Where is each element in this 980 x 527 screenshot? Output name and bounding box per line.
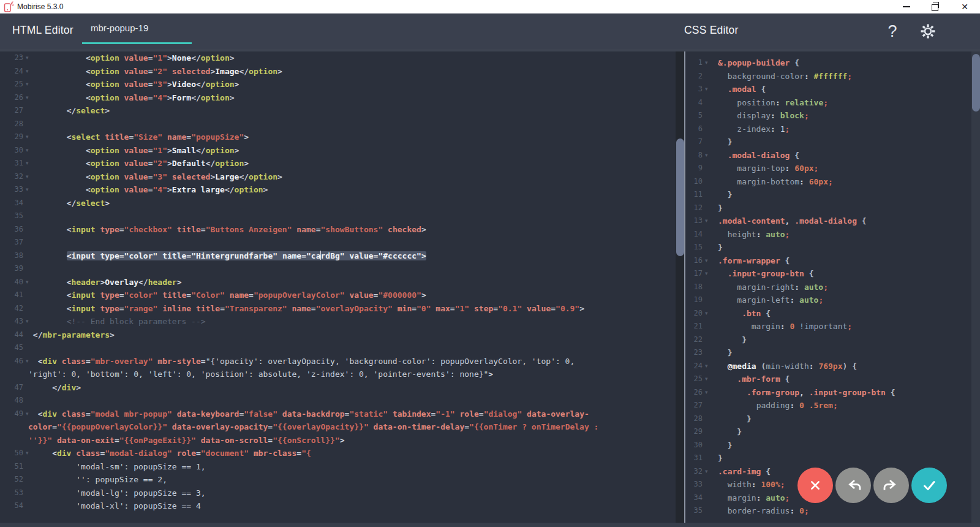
- code-line[interactable]: 7 }: [685, 135, 971, 149]
- code-line[interactable]: 45: [0, 341, 676, 355]
- fold-arrow-icon[interactable]: ▾: [705, 83, 708, 96]
- code-line[interactable]: 25▾ <option value="3">Video</option>: [0, 78, 676, 91]
- code-line[interactable]: 3▾ .modal {: [685, 83, 971, 96]
- code-line[interactable]: 51 'modal-sm': popupSize == 1,: [0, 460, 676, 474]
- apply-button[interactable]: [911, 468, 947, 503]
- code-line[interactable]: 16▾.form-wrapper {: [685, 254, 971, 268]
- redo-button[interactable]: [873, 468, 909, 503]
- fold-arrow-icon[interactable]: ▾: [705, 267, 708, 281]
- code-line[interactable]: 43▾ <!-- End block parameters -->: [0, 315, 676, 328]
- html-editor-scrollbar-thumb[interactable]: [676, 138, 684, 256]
- code-line[interactable]: 30 }: [685, 439, 971, 452]
- fold-arrow-icon[interactable]: ▾: [26, 91, 29, 105]
- code-line[interactable]: 50▾ <div class="modal-dialog" role="docu…: [0, 447, 676, 460]
- code-line[interactable]: 31}: [685, 452, 971, 465]
- html-editor-scrollbar-track[interactable]: [676, 49, 684, 527]
- code-line[interactable]: 34 </select>: [0, 197, 676, 210]
- restore-button[interactable]: [925, 0, 946, 13]
- code-line[interactable]: 40▾ <header>Overlay</header>: [0, 276, 676, 289]
- undo-button[interactable]: [835, 468, 871, 503]
- fold-arrow-icon[interactable]: ▾: [26, 157, 29, 170]
- fold-arrow-icon[interactable]: ▾: [26, 447, 29, 460]
- fold-arrow-icon[interactable]: ▾: [705, 465, 708, 479]
- settings-button[interactable]: [916, 20, 940, 43]
- html-code-editor[interactable]: 23▾ <option value="1">None</option>24▾ <…: [0, 51, 676, 523]
- code-line[interactable]: 39: [0, 262, 676, 276]
- code-line[interactable]: 25▾ .mbr-form {: [685, 373, 971, 386]
- code-line[interactable]: 53 'modal-lg': popupSize == 3,: [0, 487, 676, 500]
- minimize-button[interactable]: [896, 0, 917, 13]
- fold-arrow-icon[interactable]: ▾: [26, 144, 29, 157]
- fold-arrow-icon[interactable]: ▾: [26, 183, 29, 197]
- help-button[interactable]: ?: [882, 19, 903, 44]
- fold-arrow-icon[interactable]: ▾: [705, 254, 708, 268]
- code-line[interactable]: 14 height: auto;: [685, 228, 971, 241]
- fold-arrow-icon[interactable]: ▾: [705, 386, 708, 400]
- code-line[interactable]: 20▾ .btn {: [685, 307, 971, 320]
- code-line[interactable]: 44 </mbr-parameters>: [0, 328, 676, 342]
- fold-arrow-icon[interactable]: ▾: [705, 56, 708, 70]
- code-line[interactable]: 54 'modal-xl': popupSize == 4: [0, 499, 676, 513]
- code-line[interactable]: 32▾ <option value="3" selected>Large</op…: [0, 170, 676, 184]
- code-line[interactable]: 46▾ <div class="mbr-overlay" mbr-style="…: [0, 355, 676, 381]
- code-line[interactable]: 33▾ <option value="4">Extra large</optio…: [0, 183, 676, 197]
- code-line[interactable]: 15}: [685, 241, 971, 254]
- code-line[interactable]: 21 margin: 0 !important;: [685, 320, 971, 333]
- code-line[interactable]: 26▾ <option value="4">Form</option>: [0, 91, 676, 105]
- code-line[interactable]: 13▾.modal-content, .modal-dialog {: [685, 214, 971, 228]
- code-line[interactable]: 19 margin-left: auto;: [685, 294, 971, 307]
- code-line[interactable]: 27 </select>: [0, 104, 676, 118]
- code-line[interactable]: 31▾ <option value="2">Default</option>: [0, 157, 676, 170]
- tab-mbr-popup-19[interactable]: mbr-popup-19: [82, 13, 192, 44]
- code-line[interactable]: 49▾ <div class="modal mbr-popup" data-ke…: [0, 408, 676, 447]
- code-line[interactable]: 42 <input type="range" inline title="Tra…: [0, 302, 676, 316]
- code-line[interactable]: 6 z-index: 1;: [685, 123, 971, 136]
- code-line[interactable]: 48: [0, 394, 676, 408]
- fold-arrow-icon[interactable]: ▾: [26, 315, 29, 328]
- close-window-button[interactable]: ✕: [954, 0, 975, 13]
- code-line[interactable]: 37: [0, 236, 676, 249]
- fold-arrow-icon[interactable]: ▾: [26, 65, 29, 78]
- code-line[interactable]: 23 }: [685, 346, 971, 360]
- cancel-button[interactable]: [797, 468, 833, 503]
- fold-arrow-icon[interactable]: ▾: [26, 276, 29, 289]
- fold-arrow-icon[interactable]: ▾: [26, 170, 29, 184]
- code-line[interactable]: 17▾ .input-group-btn {: [685, 267, 971, 281]
- css-editor-scrollbar-track[interactable]: [971, 49, 980, 527]
- code-line[interactable]: 26▾ .form-group, .input-group-btn {: [685, 386, 971, 400]
- fold-arrow-icon[interactable]: ▾: [26, 131, 29, 144]
- code-line[interactable]: 29 }: [685, 425, 971, 439]
- code-line[interactable]: 24▾ <option value="2" selected>Image</op…: [0, 65, 676, 78]
- fold-arrow-icon[interactable]: ▾: [705, 149, 708, 162]
- code-line[interactable]: 28 }: [685, 412, 971, 426]
- code-line[interactable]: 2 background-color: #ffffff;: [685, 70, 971, 83]
- fold-arrow-icon[interactable]: ▾: [705, 373, 708, 386]
- code-line[interactable]: 47 </div>: [0, 381, 676, 395]
- code-line[interactable]: 23▾ <option value="1">None</option>: [0, 51, 676, 65]
- code-line[interactable]: 1▾&.popup-builder {: [685, 56, 971, 70]
- fold-arrow-icon[interactable]: ▾: [705, 360, 708, 373]
- fold-arrow-icon[interactable]: ▾: [26, 51, 29, 65]
- code-line[interactable]: 18 margin-right: auto;: [685, 281, 971, 294]
- code-line[interactable]: 29▾ <select title="Size" name="popupSize…: [0, 131, 676, 144]
- fold-arrow-icon[interactable]: ▾: [26, 408, 29, 421]
- code-line[interactable]: 10 margin-bottom: 60px;: [685, 175, 971, 189]
- code-line[interactable]: 11 }: [685, 188, 971, 202]
- css-editor-scrollbar-thumb[interactable]: [972, 54, 980, 112]
- code-line[interactable]: 27 padding: 0 .5rem;: [685, 399, 971, 412]
- code-line[interactable]: 36 <input type="checkbox" title="Buttons…: [0, 223, 676, 237]
- code-line[interactable]: 28: [0, 118, 676, 131]
- code-line[interactable]: 35: [0, 210, 676, 223]
- code-line[interactable]: 8▾ .modal-dialog {: [685, 149, 971, 162]
- code-line[interactable]: 22 }: [685, 333, 971, 347]
- fold-arrow-icon[interactable]: ▾: [705, 214, 708, 228]
- code-line[interactable]: 38 <input type="color" title="Hintergrun…: [0, 249, 676, 263]
- code-line[interactable]: 52 '': popupSize == 2,: [0, 473, 676, 487]
- code-line[interactable]: 35 border-radius: 0;: [685, 504, 971, 518]
- code-line[interactable]: 30▾ <option value="1">Small</option>: [0, 144, 676, 157]
- code-line[interactable]: 5 display: block;: [685, 109, 971, 123]
- code-line[interactable]: 24▾ @media (min-width: 769px) {: [685, 360, 971, 373]
- code-line[interactable]: 41 <input type="color" title="Color" nam…: [0, 289, 676, 302]
- fold-arrow-icon[interactable]: ▾: [705, 307, 708, 320]
- code-line[interactable]: 4 position: relative;: [685, 96, 971, 110]
